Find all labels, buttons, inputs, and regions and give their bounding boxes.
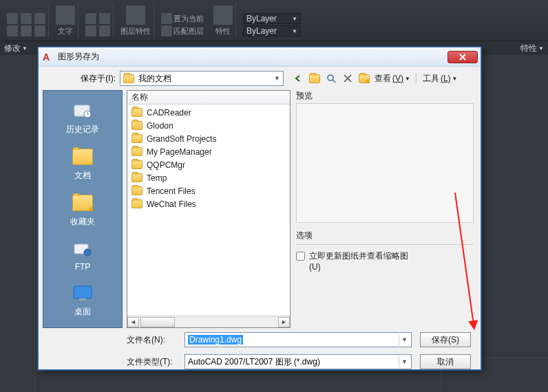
search-web-button[interactable]: [325, 72, 337, 85]
delete-button[interactable]: [341, 72, 354, 85]
text-label: 文字: [58, 26, 73, 36]
cancel-button[interactable]: 取消: [420, 354, 471, 369]
file-list[interactable]: 名称 CADReader Glodon GrandSoft Projects M…: [127, 90, 291, 328]
new-folder-icon: [359, 74, 370, 83]
back-button[interactable]: [292, 72, 304, 85]
text-icon[interactable]: [56, 6, 75, 25]
array-icon[interactable]: [7, 25, 18, 36]
folder-icon: [131, 199, 143, 208]
file-name: CADReader: [147, 108, 191, 118]
chevron-down-icon: ▼: [452, 76, 458, 82]
save-in-combo[interactable]: 我的文档 ▼: [120, 71, 284, 86]
matchlayer-label[interactable]: 匹配图层: [173, 26, 204, 36]
filename-input[interactable]: Drawing1.dwg ▼: [185, 332, 412, 347]
cancel-button-label: 取消: [437, 356, 454, 368]
chevron-down-icon[interactable]: ▼: [399, 356, 410, 367]
preview-label: 预览: [296, 90, 474, 102]
list-item[interactable]: QQPCMgr: [127, 158, 290, 171]
sidebar-item-ftp[interactable]: FTP: [43, 236, 122, 274]
dim-icon[interactable]: [99, 13, 110, 24]
layermisc-icon[interactable]: [161, 13, 172, 24]
chevron-down-icon: ▼: [292, 28, 297, 34]
file-name: GrandSoft Projects: [147, 134, 216, 144]
layerprops-icon[interactable]: [126, 6, 145, 25]
close-button[interactable]: [447, 51, 478, 63]
table-icon[interactable]: [85, 25, 96, 36]
linetype-combo-value: ByLayer: [246, 26, 277, 36]
documents-icon: [70, 146, 95, 167]
svg-point-0: [328, 75, 333, 80]
dialog-footer: 文件名(N): Drawing1.dwg ▼ 保存(S) 文件类型(T): Au…: [39, 328, 481, 369]
list-item[interactable]: GrandSoft Projects: [127, 132, 290, 145]
list-item[interactable]: Tencent Files: [127, 184, 290, 197]
panel-modify[interactable]: 修改▼: [4, 43, 28, 54]
sidebar-item-label: FTP: [75, 262, 91, 272]
dialog-titlebar[interactable]: 图形另存为: [39, 47, 481, 67]
sidebar-item-label: 文档: [74, 170, 91, 182]
places-bar: 历史记录 文档 收藏夹 FTP 桌面: [43, 90, 123, 328]
makecurrent-label[interactable]: 置为当前: [173, 14, 204, 24]
scroll-thumb[interactable]: [140, 317, 175, 327]
list-item[interactable]: My PageManager: [127, 145, 290, 158]
fillet-icon[interactable]: [7, 13, 18, 24]
scroll-left-button[interactable]: ◄: [127, 317, 139, 327]
column-header-name[interactable]: 名称: [127, 91, 290, 105]
checkbox-input[interactable]: [296, 252, 305, 261]
filetype-value: AutoCAD 2007/LT2007 图形 (*.dwg): [188, 356, 320, 368]
options-label: 选项: [296, 230, 474, 241]
up-folder-button[interactable]: [308, 72, 321, 85]
filename-label: 文件名(N):: [127, 334, 180, 346]
tools-menu-key: (L): [441, 74, 451, 83]
folder-up-icon: [309, 74, 320, 83]
note-icon[interactable]: [99, 25, 110, 36]
favorites-icon: [70, 193, 95, 213]
list-item[interactable]: CADReader: [127, 106, 290, 119]
trim-icon[interactable]: [34, 13, 45, 24]
ribbon-group-bylayer: ByLayer▼ ByLayer▼: [240, 3, 544, 38]
color-combo[interactable]: ByLayer▼: [243, 13, 301, 24]
new-folder-button[interactable]: [358, 72, 370, 85]
save-in-value: 我的文档: [138, 73, 171, 85]
scale-icon[interactable]: [34, 25, 45, 36]
sidebar-item-documents[interactable]: 文档: [43, 144, 122, 184]
list-item[interactable]: WeChat Files: [127, 197, 290, 210]
stretch-icon[interactable]: [21, 25, 32, 36]
matchlayer-icon[interactable]: [161, 25, 172, 36]
file-name: WeChat Files: [147, 199, 196, 209]
props-icon[interactable]: [213, 6, 233, 25]
scroll-right-button[interactable]: ►: [278, 317, 290, 327]
panel-props-label: 特性: [520, 43, 537, 54]
view-menu[interactable]: 查看(V) ▼: [375, 73, 410, 85]
color-combo-value: ByLayer: [246, 14, 277, 23]
ribbon-group-layer-tools: 置为当前 匹配图层: [158, 3, 207, 38]
close-icon: [459, 54, 467, 61]
sidebar-item-history[interactable]: 历史记录: [43, 98, 122, 138]
sidebar-item-desktop[interactable]: 桌面: [43, 280, 122, 320]
chevron-down-icon[interactable]: ▼: [399, 334, 410, 345]
save-in-row: 保存于(I): 我的文档 ▼ 查看(V) ▼ 工具(L) ▼: [39, 67, 481, 90]
filetype-combo[interactable]: AutoCAD 2007/LT2007 图形 (*.dwg) ▼: [185, 354, 412, 369]
file-name: My PageManager: [147, 147, 212, 157]
sidebar-item-favorites[interactable]: 收藏夹: [43, 190, 122, 230]
ribbon: 文字 图层特性 置为当前 匹配图层 特性 ByLayer▼ ByLayer▼: [0, 0, 548, 41]
filename-value: Drawing1.dwg: [188, 335, 243, 345]
folder-icon: [123, 74, 134, 83]
save-in-label: 保存于(I):: [55, 73, 116, 85]
tools-menu[interactable]: 工具(L) ▼: [423, 73, 458, 85]
leader-icon[interactable]: [85, 13, 96, 24]
linetype-combo[interactable]: ByLayer▼: [243, 25, 301, 36]
mirror-icon[interactable]: [21, 13, 32, 24]
list-item[interactable]: Temp: [127, 171, 290, 184]
folder-icon: [131, 134, 143, 143]
save-as-dialog: 图形另存为 保存于(I): 我的文档 ▼ 查看(V) ▼ 工具(L) ▼ 历史记…: [38, 47, 481, 370]
save-button[interactable]: 保存(S): [420, 332, 471, 347]
file-name: Glodon: [147, 121, 173, 131]
checkbox-label: 立即更新图纸并查看缩略图(U): [309, 250, 412, 272]
panel-props[interactable]: 特性▼: [520, 43, 544, 54]
options-pane: 选项 立即更新图纸并查看缩略图(U): [296, 230, 474, 272]
update-thumbnail-checkbox[interactable]: 立即更新图纸并查看缩略图(U): [296, 250, 474, 272]
h-scrollbar[interactable]: ◄ ►: [127, 316, 290, 327]
view-menu-label: 查看: [375, 73, 391, 85]
chevron-down-icon: ▼: [538, 45, 544, 52]
list-item[interactable]: Glodon: [127, 119, 290, 132]
